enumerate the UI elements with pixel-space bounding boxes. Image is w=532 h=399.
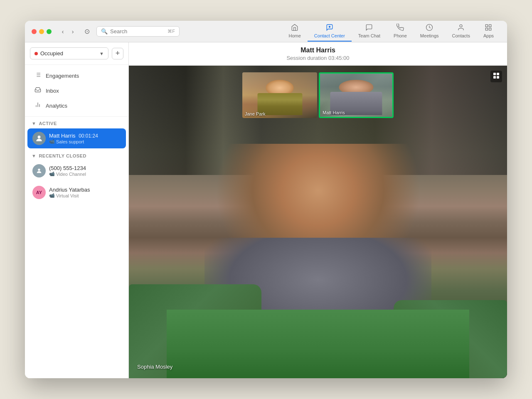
contact-center-icon	[326, 24, 333, 32]
grid-view-button[interactable]	[490, 71, 502, 82]
avatar	[32, 132, 46, 145]
search-icon: 🔍	[101, 28, 108, 34]
tab-contacts-label: Contacts	[452, 33, 470, 38]
video-icon-small: 📹	[49, 139, 55, 144]
tab-phone[interactable]: Phone	[387, 21, 414, 42]
tab-team-chat[interactable]: Team Chat	[352, 21, 387, 42]
video-area: Matt Harris Session duration 03:45:00	[129, 42, 507, 378]
traffic-lights	[32, 29, 52, 34]
contact-name: Matt Harris	[129, 47, 507, 54]
svg-rect-19	[497, 73, 499, 75]
main-video-label: Sophia Mosley	[137, 364, 172, 370]
tab-meetings[interactable]: Meetings	[414, 21, 446, 42]
active-section-header: ▼ ACTIVE	[25, 117, 128, 128]
meetings-icon	[426, 24, 433, 32]
video-header: Matt Harris Session duration 03:45:00	[129, 42, 507, 66]
inbox-label: Inbox	[46, 88, 59, 94]
sidebar-item-inbox[interactable]: Inbox	[27, 83, 126, 98]
titlebar: ‹ › ⊙ 🔍 ⌘F Home	[25, 21, 507, 42]
closed-engagement-phone[interactable]: (500) 555-1234 📹 Video Channel	[27, 161, 126, 181]
search-shortcut: ⌘F	[167, 29, 175, 34]
phone-icon	[397, 24, 404, 32]
status-dropdown[interactable]: Occupied ▼	[30, 47, 108, 59]
tab-apps[interactable]: Apps	[477, 21, 500, 42]
nav-tabs: Home Contact Center Tea	[282, 21, 500, 42]
avatar: AY	[32, 186, 46, 199]
svg-point-0	[329, 26, 330, 27]
tab-home[interactable]: Home	[282, 21, 308, 42]
pip-thumbnails: Jane Park Matt Harris	[242, 72, 394, 118]
maximize-button[interactable]	[47, 29, 52, 34]
active-timer: 00:01:24	[79, 133, 98, 139]
main-content: Occupied ▼ +	[25, 42, 507, 378]
search-bar[interactable]: 🔍 ⌘F	[96, 26, 180, 37]
close-button[interactable]	[32, 29, 37, 34]
nav-arrows: ‹ ›	[58, 27, 77, 36]
sidebar: Occupied ▼ +	[25, 42, 129, 378]
closed-engagement-andrius[interactable]: AY Andrius Yatarbas 📹 Virtual Visit	[27, 182, 126, 202]
video-icon-small: 📹	[49, 193, 55, 198]
participant-label: Matt Harris	[323, 110, 345, 115]
engagements-label: Engagements	[46, 73, 79, 79]
tab-phone-label: Phone	[394, 33, 407, 38]
tab-contacts[interactable]: Contacts	[446, 21, 477, 42]
history-button[interactable]: ⊙	[82, 27, 91, 36]
video-main: Jane Park Matt Harris	[129, 66, 507, 378]
engagements-icon	[34, 71, 42, 80]
svg-rect-18	[493, 73, 496, 75]
svg-rect-5	[486, 28, 488, 30]
analytics-icon	[34, 101, 42, 110]
status-dot	[34, 52, 38, 55]
closed-collapse-arrow[interactable]: ▼	[32, 153, 36, 158]
sidebar-top: Occupied ▼ +	[25, 42, 128, 65]
sidebar-item-engagements[interactable]: Engagements	[27, 68, 126, 83]
status-label: Occupied	[40, 50, 63, 57]
sidebar-nav: Engagements Inbox	[25, 65, 128, 117]
analytics-label: Analytics	[46, 103, 67, 109]
sidebar-item-analytics[interactable]: Analytics	[27, 98, 126, 113]
svg-point-16	[38, 135, 41, 138]
svg-rect-4	[489, 25, 491, 27]
svg-rect-20	[493, 76, 496, 79]
search-input[interactable]	[110, 28, 156, 34]
participant-matt-harris[interactable]: Matt Harris	[319, 72, 394, 118]
closed-item-name: (500) 555-1234	[49, 165, 121, 171]
add-engagement-button[interactable]: +	[112, 48, 123, 59]
team-chat-icon	[365, 24, 373, 32]
back-button[interactable]: ‹	[58, 27, 67, 36]
svg-rect-3	[486, 25, 488, 27]
apps-icon	[485, 24, 492, 32]
active-collapse-arrow[interactable]: ▼	[32, 121, 36, 126]
closed-item-info-andrius: Andrius Yatarbas 📹 Virtual Visit	[49, 187, 121, 198]
tab-apps-label: Apps	[483, 33, 494, 38]
active-engagement-matt-harris[interactable]: Matt Harris 00:01:24 📹 Sales support	[27, 128, 126, 148]
active-section-title: ACTIVE	[39, 121, 57, 126]
closed-section-title: RECENTLY CLOSED	[39, 153, 86, 158]
forward-button[interactable]: ›	[68, 27, 77, 36]
minimize-button[interactable]	[39, 29, 44, 34]
tab-meetings-label: Meetings	[420, 33, 439, 38]
closed-section-header: ▼ RECENTLY CLOSED	[25, 149, 128, 160]
participant-jane-park[interactable]: Jane Park	[242, 72, 317, 118]
contacts-icon	[457, 24, 465, 32]
chevron-down-icon: ▼	[99, 51, 104, 56]
session-duration: Session duration 03:45:00	[129, 55, 507, 61]
closed-item-name: Andrius Yatarbas	[49, 187, 121, 193]
video-icon-small: 📹	[49, 171, 55, 177]
svg-rect-21	[497, 76, 499, 79]
closed-item-info-phone: (500) 555-1234 📹 Video Channel	[49, 165, 121, 177]
tab-contact-center-label: Contact Center	[314, 33, 345, 38]
active-item-info: Matt Harris 00:01:24 📹 Sales support	[49, 133, 121, 144]
svg-point-17	[38, 169, 40, 171]
avatar	[32, 164, 46, 177]
active-item-sub: 📹 Sales support	[49, 139, 121, 144]
tab-contact-center[interactable]: Contact Center	[308, 21, 352, 42]
app-window: ‹ › ⊙ 🔍 ⌘F Home	[25, 21, 507, 378]
tab-home-label: Home	[289, 33, 301, 38]
inbox-icon	[34, 86, 42, 95]
svg-point-2	[460, 25, 462, 27]
closed-item-sub: 📹 Video Channel	[49, 171, 121, 177]
participant-label: Jane Park	[245, 111, 266, 116]
closed-item-sub: 📹 Virtual Visit	[49, 193, 121, 198]
svg-rect-6	[489, 28, 491, 30]
